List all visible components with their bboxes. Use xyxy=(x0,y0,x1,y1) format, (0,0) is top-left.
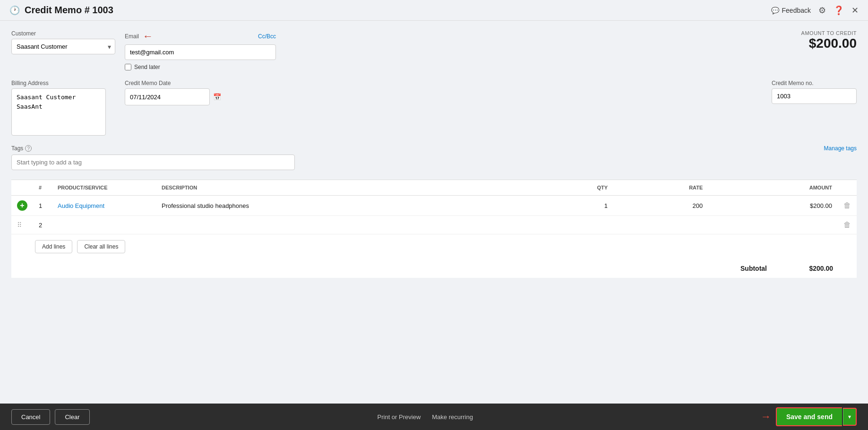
memo-no-label: Credit Memo no. xyxy=(772,80,857,86)
col-header-qty: QTY xyxy=(530,180,614,196)
row1-product-text[interactable]: Audio Equipment xyxy=(58,202,104,209)
tags-label-text: Tags xyxy=(11,145,23,152)
row2-drag-cell: ⠿ xyxy=(11,216,33,234)
row1-rate: 200 xyxy=(613,196,708,216)
help-button[interactable]: ❓ xyxy=(834,5,844,16)
row1-amount: $200.00 xyxy=(708,196,838,216)
email-label: Email xyxy=(125,33,139,40)
row1-product: Audio Equipment xyxy=(52,196,156,216)
billing-section: Billing Address Saasant Customer SaasAnt… xyxy=(11,80,857,136)
send-later-checkbox[interactable] xyxy=(125,64,131,70)
col-header-product: PRODUCT/SERVICE xyxy=(52,180,156,196)
table-section: # PRODUCT/SERVICE DESCRIPTION QTY RATE A… xyxy=(11,180,857,278)
feedback-icon: 💬 xyxy=(771,7,779,14)
customer-select-wrapper: ▾ xyxy=(11,39,115,54)
billing-address-textarea[interactable]: Saasant Customer SaasAnt xyxy=(11,88,106,136)
tags-header: Tags ? Manage tags xyxy=(11,145,857,152)
add-lines-button[interactable]: Add lines xyxy=(35,240,72,253)
table-actions: Add lines Clear all lines xyxy=(11,234,857,259)
page-title: Credit Memo # 1003 xyxy=(25,5,113,16)
customer-label: Customer xyxy=(11,30,115,37)
tags-section: Tags ? Manage tags xyxy=(11,145,857,170)
row2-delete-cell: 🗑 xyxy=(838,216,857,234)
customer-input[interactable] xyxy=(12,39,104,54)
row1-add-cell: + xyxy=(11,196,33,216)
cc-bcc-link[interactable]: Cc/Bcc xyxy=(258,33,276,40)
credit-memo-date-label: Credit Memo Date xyxy=(125,80,210,86)
calendar-icon[interactable]: 📅 xyxy=(213,93,221,101)
col-header-action xyxy=(838,180,857,196)
col-header-amount: AMOUNT xyxy=(708,180,838,196)
top-bar-right: 💬 Feedback ⚙ ❓ ✕ xyxy=(771,5,859,16)
table-row: + 1 Audio Equipment Professional studio … xyxy=(11,196,857,216)
row2-qty xyxy=(530,216,614,234)
send-later-row: Send later xyxy=(125,64,276,70)
subtotal-row: Subtotal $200.00 xyxy=(11,259,857,278)
customer-field-group: Customer ▾ xyxy=(11,30,115,54)
subtotal-value: $200.00 xyxy=(786,265,833,272)
row2-product[interactable] xyxy=(52,216,156,234)
col-header-num: # xyxy=(33,180,52,196)
email-arrow-indicator: ← xyxy=(143,30,153,43)
row1-delete-cell: 🗑 xyxy=(838,196,857,216)
close-icon: ✕ xyxy=(851,6,859,15)
email-section: Email ← Cc/Bcc Send later xyxy=(125,30,276,70)
row1-qty: 1 xyxy=(530,196,614,216)
row2-drag-icon: ⠿ xyxy=(17,221,22,229)
col-header-drag xyxy=(11,180,33,196)
email-label-row: Email ← Cc/Bcc xyxy=(125,30,276,43)
tags-info-icon[interactable]: ? xyxy=(25,145,32,152)
billing-address-group: Billing Address Saasant Customer SaasAnt xyxy=(11,80,106,136)
table-body: + 1 Audio Equipment Professional studio … xyxy=(11,196,857,234)
close-button[interactable]: ✕ xyxy=(851,5,859,16)
items-table: # PRODUCT/SERVICE DESCRIPTION QTY RATE A… xyxy=(11,180,857,234)
row2-rate xyxy=(613,216,708,234)
settings-button[interactable]: ⚙ xyxy=(818,5,826,16)
top-bar: 🕐 Credit Memo # 1003 💬 Feedback ⚙ ❓ ✕ xyxy=(0,0,868,21)
memo-no-group: Credit Memo no. xyxy=(772,80,857,136)
col-header-description: DESCRIPTION xyxy=(156,180,530,196)
row2-amount xyxy=(708,216,838,234)
col-header-rate: RATE xyxy=(613,180,708,196)
help-icon: ❓ xyxy=(834,6,844,15)
row1-description: Professional studio headphones xyxy=(156,196,530,216)
clock-icon: 🕐 xyxy=(9,5,20,16)
add-line-button[interactable]: + xyxy=(17,200,27,211)
tags-label-group: Tags ? xyxy=(11,145,32,152)
billing-address-label: Billing Address xyxy=(11,80,106,86)
amount-value: $200.00 xyxy=(801,36,857,51)
top-bar-left: 🕐 Credit Memo # 1003 xyxy=(9,5,113,16)
table-row: ⠿ 2 🗑 xyxy=(11,216,857,234)
subtotal-label: Subtotal xyxy=(740,265,767,272)
manage-tags-link[interactable]: Manage tags xyxy=(824,145,857,152)
gear-icon: ⚙ xyxy=(818,6,826,15)
amount-label: AMOUNT TO CREDIT xyxy=(801,30,857,36)
row1-num: 1 xyxy=(33,196,52,216)
feedback-button[interactable]: 💬 Feedback xyxy=(771,7,811,14)
date-field: 📅 xyxy=(125,88,210,105)
tags-input[interactable] xyxy=(11,155,295,170)
credit-memo-date-group: Credit Memo Date 📅 xyxy=(125,80,210,136)
email-input[interactable] xyxy=(125,44,276,60)
row1-delete-button[interactable]: 🗑 xyxy=(843,201,851,210)
top-form-row: Customer ▾ Email ← Cc/Bcc Send later AMO… xyxy=(11,30,857,70)
clear-all-lines-button[interactable]: Clear all lines xyxy=(77,240,125,253)
send-later-label: Send later xyxy=(134,64,160,70)
amount-to-credit: AMOUNT TO CREDIT $200.00 xyxy=(801,30,857,51)
row2-delete-button[interactable]: 🗑 xyxy=(843,221,851,229)
memo-no-input[interactable] xyxy=(772,88,857,104)
date-input[interactable] xyxy=(130,94,209,101)
row2-description xyxy=(156,216,530,234)
customer-dropdown-icon[interactable]: ▾ xyxy=(104,43,115,51)
table-header: # PRODUCT/SERVICE DESCRIPTION QTY RATE A… xyxy=(11,180,857,196)
main-content: Customer ▾ Email ← Cc/Bcc Send later AMO… xyxy=(0,21,868,398)
row2-num: 2 xyxy=(33,216,52,234)
